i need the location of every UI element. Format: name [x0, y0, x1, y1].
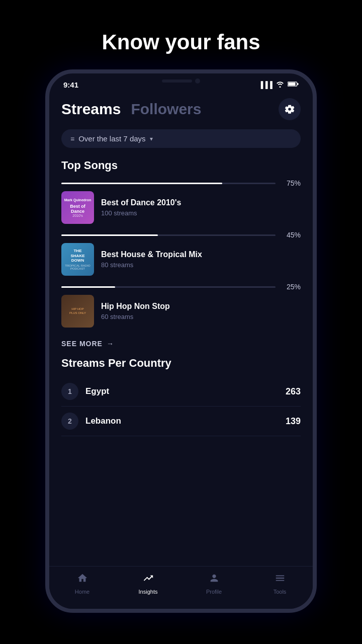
see-more-label: SEE MORE	[61, 340, 103, 348]
song-info-1: Best of Dance 2010's 100 streams	[101, 198, 181, 217]
settings-button[interactable]	[279, 98, 301, 120]
tools-icon	[275, 573, 286, 587]
gear-icon	[284, 104, 295, 115]
arrow-right-icon: →	[107, 340, 114, 348]
song-streams-3: 60 streams	[101, 313, 170, 320]
song-info-3: Hip Hop Non Stop 60 streams	[101, 302, 170, 320]
filter-pill[interactable]: ≡ Over the last 7 days ▾	[61, 129, 301, 148]
country-rank-1: 1	[61, 383, 78, 400]
svg-rect-2	[297, 83, 299, 85]
see-more-button[interactable]: SEE MORE →	[61, 340, 301, 348]
nav-item-tools[interactable]: Tools	[247, 573, 313, 595]
profile-icon	[209, 573, 220, 587]
song-percent-1: 75%	[281, 179, 301, 187]
notch-dot	[195, 78, 200, 84]
song-percent-3: 25%	[281, 283, 301, 291]
cover-hiphop: HIP HOPPLUS ONLY	[61, 295, 94, 328]
country-name-2: Lebanon	[85, 416, 286, 426]
tabs-left: Streams Followers	[61, 101, 201, 118]
song-cover-2: THESHAKEDOWN TROPICAL RADIO PODCAST	[61, 243, 94, 276]
song-info-2: Best House & Tropical Mix 80 streams	[101, 250, 202, 269]
song-item-2: 45% THESHAKEDOWN TROPICAL RADIO PODCAST …	[61, 231, 301, 276]
header-tabs: Streams Followers	[61, 98, 301, 120]
song-name-1: Best of Dance 2010's	[101, 198, 181, 207]
song-item-1: 75% Mark Quinedron Best of Dance 2010's …	[61, 179, 301, 224]
song-streams-2: 80 streams	[101, 261, 202, 269]
insights-icon	[143, 573, 154, 587]
page-headline: Know your fans	[102, 30, 260, 54]
song-cover-1: Mark Quinedron Best of Dance 2010's	[61, 191, 94, 224]
song-cover-3: HIP HOPPLUS ONLY	[61, 295, 94, 328]
song-bar-track-1	[61, 183, 276, 184]
song-bar-fill-3	[61, 286, 115, 288]
nav-label-profile: Profile	[206, 589, 222, 595]
chevron-down-icon: ▾	[150, 135, 153, 142]
nav-item-insights[interactable]: Insights	[115, 573, 181, 595]
top-songs-title: Top Songs	[61, 159, 301, 172]
tab-followers[interactable]: Followers	[131, 101, 201, 118]
song-details-1: Mark Quinedron Best of Dance 2010's Best…	[61, 191, 301, 224]
streams-per-country-title: Streams Per Country	[61, 357, 301, 370]
song-details-2: THESHAKEDOWN TROPICAL RADIO PODCAST Best…	[61, 243, 301, 276]
home-icon	[77, 573, 88, 587]
nav-item-profile[interactable]: Profile	[181, 573, 247, 595]
phone-content: Streams Followers ≡ Over the last 7 days…	[49, 89, 313, 594]
svg-rect-1	[288, 83, 295, 86]
nav-label-insights: Insights	[139, 589, 158, 595]
song-percent-2: 45%	[281, 231, 301, 239]
country-item-2: 2 Lebanon 139	[61, 407, 301, 436]
battery-icon	[288, 81, 299, 89]
country-rank-2: 2	[61, 413, 78, 430]
filter-icon: ≡	[70, 135, 74, 143]
country-count-2: 139	[286, 416, 301, 427]
tab-streams[interactable]: Streams	[61, 101, 121, 118]
notch	[148, 73, 214, 89]
song-item-3: 25% HIP HOPPLUS ONLY Hip Hop Non Stop 60…	[61, 283, 301, 328]
wifi-icon	[276, 80, 285, 89]
nav-label-tools: Tools	[274, 589, 287, 595]
country-count-1: 263	[286, 386, 301, 397]
notch-bar	[162, 79, 192, 83]
cover-shake: THESHAKEDOWN TROPICAL RADIO PODCAST	[61, 243, 94, 276]
song-details-3: HIP HOPPLUS ONLY Hip Hop Non Stop 60 str…	[61, 295, 301, 328]
song-bar-fill-2	[61, 234, 158, 236]
nav-label-home: Home	[75, 589, 89, 595]
status-bar: 9:41 ▐▐▐	[49, 73, 313, 89]
country-item-1: 1 Egypt 263	[61, 377, 301, 407]
song-bar-track-2	[61, 234, 276, 236]
filter-text: Over the last 7 days	[78, 134, 145, 143]
bottom-nav: Home Insights Profile	[49, 566, 313, 609]
song-bar-row-3: 25%	[61, 283, 301, 291]
country-name-1: Egypt	[85, 386, 286, 396]
cover-dance: Mark Quinedron Best of Dance 2010's	[61, 191, 94, 224]
song-name-2: Best House & Tropical Mix	[101, 250, 202, 259]
song-bar-track-3	[61, 286, 276, 288]
song-streams-1: 100 streams	[101, 209, 181, 217]
song-bar-row-2: 45%	[61, 231, 301, 239]
status-time: 9:41	[63, 80, 78, 89]
status-icons: ▐▐▐	[258, 80, 299, 89]
song-bar-fill-1	[61, 183, 222, 184]
signal-icon: ▐▐▐	[258, 81, 273, 89]
nav-item-home[interactable]: Home	[49, 573, 115, 595]
phone-mockup: 9:41 ▐▐▐ Streams	[45, 69, 317, 613]
song-bar-row-1: 75%	[61, 179, 301, 187]
song-name-3: Hip Hop Non Stop	[101, 302, 170, 311]
